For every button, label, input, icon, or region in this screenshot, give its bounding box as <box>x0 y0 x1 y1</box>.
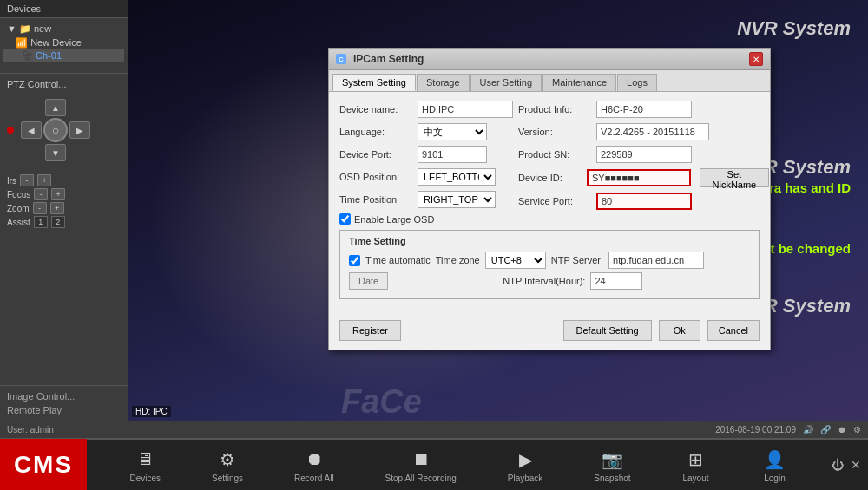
language-label: Language: <box>339 127 418 137</box>
cancel-button[interactable]: Cancel <box>707 320 760 341</box>
login-icon: 👤 <box>760 448 788 472</box>
sidebar: Devices ▼ 📁 new 📶 New Device 🎥 Ch-01 PTZ… <box>0 0 128 421</box>
taskbar-item-settings[interactable]: ⚙ Settings <box>212 448 243 483</box>
tab-logs[interactable]: Logs <box>617 74 657 91</box>
iris-minus[interactable]: - <box>20 174 34 186</box>
focus-minus[interactable]: - <box>34 188 48 200</box>
close-taskbar-icon[interactable]: ✕ <box>851 458 861 472</box>
settings-icon: ⚙ <box>214 448 241 472</box>
dialog-close-button[interactable]: ✕ <box>749 52 763 66</box>
taskbar-label-login: Login <box>764 474 785 483</box>
taskbar-item-devices[interactable]: 🖥 Devices <box>129 448 161 483</box>
zoom-plus[interactable]: + <box>50 202 64 214</box>
taskbar-label-stop-recording: Stop All Recording <box>385 474 457 483</box>
device-name-input[interactable] <box>418 101 513 118</box>
time-setting-title: Time Setting <box>349 236 750 246</box>
sidebar-bottom: Image Control... Remote Play <box>0 385 128 421</box>
iris-num: 1 <box>34 216 48 228</box>
enable-large-osd-label: Enable Large OSD <box>354 214 434 225</box>
snapshot-icon: 📷 <box>598 448 626 472</box>
ptz-left[interactable]: ◀ <box>21 121 42 139</box>
ntp-interval-input[interactable] <box>590 272 642 290</box>
ntp-server-input[interactable] <box>608 252 704 269</box>
tab-user-setting[interactable]: User Setting <box>470 74 542 91</box>
date-button[interactable]: Date <box>349 272 388 290</box>
service-port-input[interactable] <box>596 193 692 210</box>
taskbar-label-devices: Devices <box>129 474 161 483</box>
time-position-select[interactable]: RIGHT_TOP <box>418 191 496 208</box>
time-auto-checkbox[interactable] <box>349 255 360 266</box>
ipcam-dialog: C IPCam Setting ✕ System Setting Storage… <box>328 48 771 350</box>
ptz-controls: ▲ ◀ ○ ▶ ▼ <box>17 95 94 166</box>
assist-row: Assist 1 2 <box>7 216 121 228</box>
product-sn-row: Product SN: <box>518 146 769 163</box>
device-port-input[interactable] <box>418 146 487 163</box>
taskbar-item-login[interactable]: 👤 Login <box>760 448 788 483</box>
ptz-down[interactable]: ▼ <box>45 144 66 161</box>
product-info-row: Product Info: <box>518 101 769 118</box>
iris-row: Irs - + <box>7 174 121 186</box>
osd-position-select[interactable]: LEFT_BOTTOM <box>418 168 496 186</box>
remote-play-link[interactable]: Remote Play <box>3 403 124 417</box>
iris-plus[interactable]: + <box>37 174 51 186</box>
product-sn-input <box>596 146 692 163</box>
device-id-row: Device ID: Set NickName <box>518 168 769 187</box>
ptz-right[interactable]: ▶ <box>69 121 90 139</box>
osd-position-label: OSD Position: <box>339 172 418 182</box>
device-list: ▼ 📁 new 📶 New Device 🎥 Ch-01 <box>0 18 128 66</box>
osd-position-row: OSD Position: LEFT_BOTTOM <box>339 168 513 186</box>
timezone-select[interactable]: UTC+8 <box>485 252 546 269</box>
dialog-title: C IPCam Setting <box>336 53 424 65</box>
device-name-row: Device name: <box>339 101 513 118</box>
language-row: Language: 中文 <box>339 123 513 140</box>
app-container: Devices ▼ 📁 new 📶 New Device 🎥 Ch-01 PTZ… <box>0 0 868 490</box>
zoom-minus[interactable]: - <box>33 202 47 214</box>
device-item-new-device[interactable]: 📶 New Device <box>3 36 124 49</box>
zoom-row: Zoom - + <box>7 202 121 214</box>
taskbar-item-playback[interactable]: ▶ Playback <box>508 448 543 483</box>
devices-icon: 🖥 <box>131 448 159 472</box>
image-control-link[interactable]: Image Control... <box>3 389 124 403</box>
ok-button[interactable]: Ok <box>659 320 700 341</box>
network-icon: 🔗 <box>820 425 831 434</box>
record-status-icon: ⏺ <box>838 425 846 434</box>
device-item-ch01[interactable]: 🎥 Ch-01 <box>3 49 124 62</box>
taskbar-item-record-all[interactable]: ⏺ Record All <box>294 448 334 483</box>
taskbar-item-layout[interactable]: ⊞ Layout <box>682 448 710 483</box>
device-port-label: Device Port: <box>339 149 418 160</box>
status-datetime: 2016-08-19 00:21:09 <box>715 425 796 434</box>
default-setting-button[interactable]: Default Setting <box>563 320 652 341</box>
enable-large-osd-checkbox[interactable] <box>339 213 351 225</box>
device-id-input[interactable] <box>587 169 691 186</box>
device-id-label: Device ID: <box>518 173 587 183</box>
language-select[interactable]: 中文 <box>418 123 487 140</box>
taskbar-item-stop-recording[interactable]: ⏹ Stop All Recording <box>385 448 457 483</box>
dialog-footer: Register Default Setting Ok Cancel <box>329 315 770 350</box>
tab-maintenance[interactable]: Maintenance <box>542 74 616 91</box>
ptz-up[interactable]: ▲ <box>45 99 66 116</box>
status-right: 2016-08-19 00:21:09 🔊 🔗 ⏺ ⚙ <box>715 425 861 434</box>
product-info-input[interactable] <box>596 101 692 118</box>
time-position-row: Time Position RIGHT_TOP <box>339 191 513 208</box>
taskbar-right: ⏻ ✕ <box>832 458 868 472</box>
focus-plus[interactable]: + <box>51 188 65 200</box>
focus-row: Focus - + <box>7 188 121 200</box>
tab-system-setting[interactable]: System Setting <box>332 74 416 91</box>
taskbar-label-settings: Settings <box>212 474 243 483</box>
set-nickname-button[interactable]: Set NickName <box>700 168 769 187</box>
tab-storage[interactable]: Storage <box>417 74 470 91</box>
power-icon[interactable]: ⏻ <box>832 458 844 472</box>
taskbar-item-snapshot[interactable]: 📷 Snapshot <box>594 448 630 483</box>
product-info-label: Product Info: <box>518 104 596 114</box>
ntp-interval-label: NTP Interval(Hour): <box>503 276 585 286</box>
dialog-tabs: System Setting Storage User Setting Main… <box>329 70 770 92</box>
time-position-label: Time Position <box>339 194 418 205</box>
register-button[interactable]: Register <box>339 320 401 341</box>
top-area: Devices ▼ 📁 new 📶 New Device 🎥 Ch-01 PTZ… <box>0 0 868 421</box>
footer-left: Register <box>339 320 401 341</box>
dialog-titlebar: C IPCam Setting ✕ <box>329 49 770 70</box>
iris-focus-zoom: Irs - + Focus - + Zoom - + Assist 1 <box>0 169 128 233</box>
time-auto-row: Time automatic Time zone UTC+8 NTP Serve… <box>349 252 750 269</box>
ptz-center[interactable]: ○ <box>43 118 68 142</box>
status-user: User: admin <box>7 425 54 434</box>
